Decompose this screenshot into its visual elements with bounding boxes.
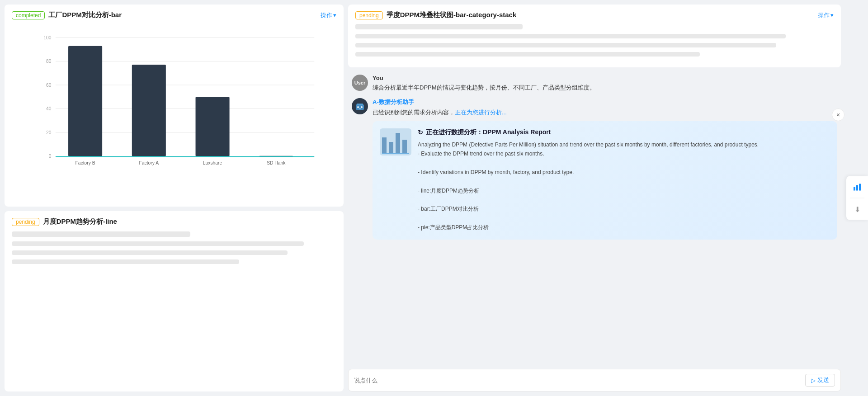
svg-point-22: [361, 106, 363, 108]
skeleton-line-2: [12, 241, 304, 246]
analysis-card: ↻ 正在进行数据分析：DPPM Analysis Report Analyzin…: [373, 121, 837, 240]
stacked-bar-card-header: pending 季度DPPM堆叠柱状图-bar-category-stack 操…: [355, 11, 834, 19]
stacked-bar-card: pending 季度DPPM堆叠柱状图-bar-category-stack 操…: [348, 5, 841, 67]
bar-luxshare: [196, 97, 230, 156]
pending-badge-line: pending: [12, 218, 39, 226]
ai-message-content: A-数据分析助手 已经识别到您的需求分析内容，正在为您进行分析...: [373, 98, 837, 240]
chat-input-bar: ▷ 发送: [348, 369, 841, 391]
stacked-bar-action-btn[interactable]: 操作 ▾: [818, 11, 834, 19]
skeleton-line-1: [12, 231, 190, 237]
svg-rect-23: [359, 108, 361, 109]
completed-badge: completed: [12, 11, 45, 19]
svg-text:40: 40: [46, 106, 52, 111]
bar-chart-area: 100 80 60 40 20 0 Factory B Factory A Lu…: [12, 24, 336, 200]
chat-input[interactable]: [354, 377, 802, 384]
pending-badge-stack: pending: [355, 11, 383, 19]
card-header: completed 工厂DPPM对比分析-bar 操作 ▾: [12, 11, 336, 19]
user-message-text: 综合分析最近半年DPPM的情况与变化趋势，按月份、不同工厂、产品类型分组维度。: [373, 83, 837, 93]
svg-rect-27: [402, 140, 407, 153]
bar-chart-svg: 100 80 60 40 20 0 Factory B Factory A Lu…: [34, 28, 323, 182]
analysis-thumb: [380, 128, 411, 156]
ai-avatar-icon: [354, 100, 366, 113]
close-button[interactable]: ×: [832, 108, 844, 121]
analysis-desc: Analyzing the DPPM (Defective Parts Per …: [418, 140, 830, 232]
chat-messages: User You 综合分析最近半年DPPM的情况与变化趋势，按月份、不同工厂、产…: [348, 67, 841, 369]
bar-chart-card: completed 工厂DPPM对比分析-bar 操作 ▾ 100: [5, 5, 344, 207]
svg-text:60: 60: [46, 83, 52, 88]
user-message-row: User You 综合分析最近半年DPPM的情况与变化趋势，按月份、不同工厂、产…: [352, 75, 837, 93]
arrow-down-icon: ⬇: [854, 205, 860, 213]
svg-text:20: 20: [46, 130, 52, 135]
stacked-skeleton-2: [355, 34, 786, 38]
left-panel: completed 工厂DPPM对比分析-bar 操作 ▾ 100: [0, 0, 348, 396]
arrow-down-sidebar-btn[interactable]: ⬇: [846, 198, 868, 220]
chat-area: User You 综合分析最近半年DPPM的情况与变化趋势，按月份、不同工厂、产…: [348, 67, 841, 396]
skeleton-line-3: [12, 250, 288, 255]
svg-rect-29: [854, 187, 855, 191]
bar-chart-title: 工厂DPPM对比分析-bar: [48, 11, 122, 19]
bar-factory-a: [132, 65, 166, 156]
svg-point-21: [357, 106, 359, 108]
skeleton-area: [12, 231, 336, 264]
skeleton-line-4: [12, 259, 239, 264]
svg-text:Luxshare: Luxshare: [203, 160, 222, 165]
svg-text:80: 80: [46, 59, 52, 64]
spin-icon: ↻: [418, 129, 423, 136]
stacked-bar-title: 季度DPPM堆叠柱状图-bar-category-stack: [387, 11, 517, 19]
bar-factory-b: [68, 46, 102, 156]
svg-text:Factory B: Factory B: [75, 160, 95, 165]
ai-avatar: [352, 98, 368, 114]
svg-rect-31: [859, 184, 861, 191]
svg-rect-30: [856, 185, 858, 191]
svg-rect-20: [357, 104, 363, 105]
svg-rect-24: [382, 137, 387, 153]
chart-sidebar-btn[interactable]: [846, 176, 868, 198]
sidebar-icons: ⬇: [846, 176, 868, 220]
line-chart-card: pending 月度DPPM趋势分析-line: [5, 211, 344, 391]
svg-text:Factory A: Factory A: [139, 160, 159, 165]
line-card-header-left: pending 月度DPPM趋势分析-line: [12, 217, 117, 226]
svg-rect-26: [396, 133, 400, 153]
bar-chart-action-btn[interactable]: 操作 ▾: [321, 11, 336, 19]
svg-rect-25: [389, 142, 393, 153]
ai-message-text: 已经识别到您的需求分析内容，正在为您进行分析...: [373, 108, 837, 118]
stacked-skeleton-1: [355, 24, 523, 29]
user-message-content: You 综合分析最近半年DPPM的情况与变化趋势，按月份、不同工厂、产品类型分组…: [373, 75, 837, 93]
right-panel: pending 季度DPPM堆叠柱状图-bar-category-stack 操…: [348, 0, 868, 396]
send-icon: ▷: [811, 377, 816, 384]
line-card-header: pending 月度DPPM趋势分析-line: [12, 217, 336, 226]
analysis-thumb-chart: [380, 128, 411, 156]
user-name: You: [373, 75, 837, 81]
ai-name: A-数据分析助手: [373, 98, 837, 106]
svg-text:0: 0: [49, 154, 52, 159]
stacked-skeleton-4: [355, 52, 700, 57]
ai-message-row: A-数据分析助手 已经识别到您的需求分析内容，正在为您进行分析...: [352, 98, 837, 240]
stacked-bar-skeleton: [355, 24, 834, 57]
stacked-bar-card-header-left: pending 季度DPPM堆叠柱状图-bar-category-stack: [355, 11, 516, 19]
user-avatar: User: [352, 75, 368, 91]
stacked-skeleton-3: [355, 43, 776, 47]
bar-sd-hank: [259, 156, 293, 156]
card-header-left: completed 工厂DPPM对比分析-bar: [12, 11, 122, 19]
line-chart-title: 月度DPPM趋势分析-line: [43, 217, 117, 226]
analysis-title: ↻ 正在进行数据分析：DPPM Analysis Report: [418, 128, 830, 137]
svg-text:SD Hank: SD Hank: [267, 160, 286, 165]
svg-text:100: 100: [43, 35, 51, 40]
analysis-body: ↻ 正在进行数据分析：DPPM Analysis Report Analyzin…: [418, 128, 830, 232]
chart-icon: [853, 183, 862, 192]
send-button[interactable]: ▷ 发送: [805, 374, 835, 387]
